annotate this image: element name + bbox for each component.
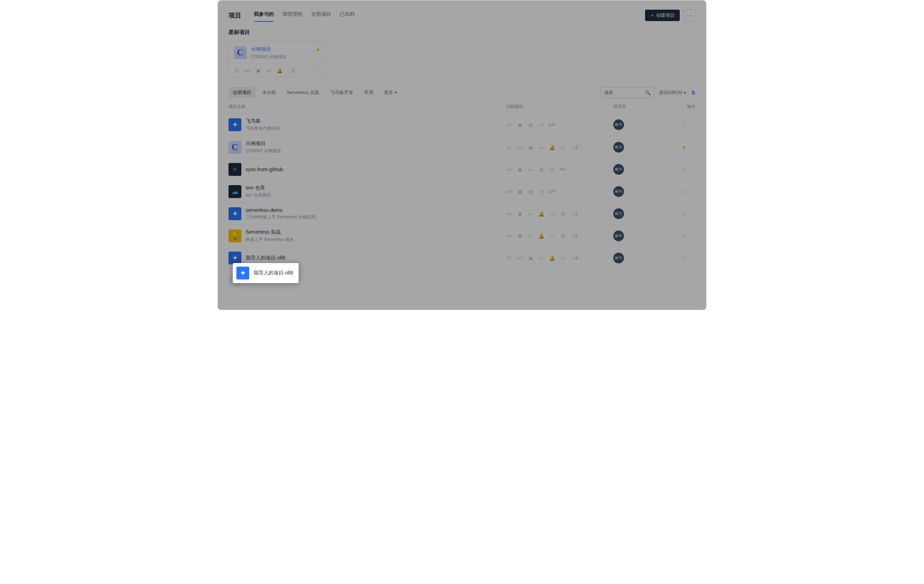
project-title: Serverless 实战 (246, 229, 298, 235)
ellipsis-icon[interactable]: ⋯ (315, 67, 320, 73)
chevron-down-icon: ▾ (395, 90, 397, 95)
star-toggle[interactable]: ☆ (681, 166, 686, 172)
create-project-button[interactable]: ＋ 创建项目 (645, 10, 680, 21)
search-input[interactable] (604, 90, 643, 95)
project-icon: ☁ (228, 185, 241, 198)
project-icon: C (234, 46, 247, 59)
code-icon: </> (506, 233, 512, 239)
tab-participating[interactable]: 我参与的 (254, 9, 274, 22)
search-input-wrapper[interactable]: 🔍 (601, 87, 654, 98)
module-icons: </>▣∞▤🗀API (506, 166, 613, 173)
code-icon: </> (517, 255, 523, 261)
project-title: 示例项目 (246, 140, 281, 147)
admin-avatar[interactable]: 账号 (613, 186, 624, 197)
filter-tab-feiniao[interactable]: 飞鸟集开发 (326, 87, 358, 98)
infinity-icon: ∞ (528, 233, 534, 239)
more-count-badge: +2 (570, 211, 581, 216)
tab-all[interactable]: 全部项目 (311, 9, 331, 22)
star-toggle[interactable]: ☆ (681, 255, 686, 261)
project-icon: ✦ (228, 118, 241, 131)
code-icon: </> (244, 67, 250, 73)
table-row[interactable]: ✦ 飞鸟集 飞鸟集迭代测试站 </>▣▤🗀API 账号 ☆ ⋯ (228, 113, 696, 136)
row-more-button[interactable]: ⋯ (690, 166, 696, 172)
starred-card-subtitle: CODING 示例项目 (251, 54, 286, 60)
plus-icon: ＋ (650, 12, 655, 18)
star-icon[interactable]: ★ (315, 46, 320, 53)
row-more-button[interactable]: ⋯ (690, 145, 696, 150)
project-subtitle: svn 仓库测试 (246, 192, 271, 198)
project-icon: ✦ (236, 267, 249, 280)
star-toggle[interactable]: ☆ (681, 122, 686, 128)
starred-project-card[interactable]: C 示例项目 CODING 示例项目 ★ ☑ </> ▣ ∞ 🔔 +5 ⋯ (228, 41, 326, 77)
folder-icon: 🗀 (538, 188, 544, 195)
table-row[interactable]: ≡ sync-from-github </>▣∞▤🗀API 账号 ☆ ⋯ (228, 158, 696, 180)
table-row[interactable]: ✦ serverless-demo 三分钟快速上手 Serverless 全栈应… (228, 202, 696, 224)
api-icon: API (549, 188, 555, 195)
star-toggle[interactable]: ☆ (681, 211, 686, 217)
row-more-button[interactable]: ⋯ (690, 255, 696, 261)
tab-archived[interactable]: 已归档 (340, 9, 355, 22)
module-icons: ☑</>▣∞🔔▭+4 (506, 144, 613, 150)
sort-direction-toggle[interactable]: ⇅ (691, 90, 696, 95)
terminal-icon: ▣ (517, 166, 523, 173)
window-icon: ▭ (559, 144, 566, 150)
admin-avatar[interactable]: 账号 (613, 230, 624, 241)
header: 项目 我参与的 我管理的 全部项目 已归档 ＋ 创建项目 ⋯ (228, 9, 696, 22)
filter-tab-serverless[interactable]: Serverless 实践 (282, 87, 323, 98)
code-icon: </> (506, 166, 512, 173)
ci-icon: ▤ (538, 166, 544, 173)
tab-managed[interactable]: 我管理的 (282, 9, 302, 22)
project-subtitle: 飞鸟集迭代测试站 (246, 125, 280, 132)
filter-tabs: 全部项目 未分组 Serverless 实践 飞鸟集开发 常用 更多 ▾ (228, 87, 402, 98)
more-options-button[interactable]: ⋯ (683, 10, 696, 21)
table-row[interactable]: ☁ svn 仓库 svn 仓库测试 </>▣▤🗀API 账号 ☆ ⋯ (228, 180, 696, 202)
admin-avatar[interactable]: 账号 (613, 142, 624, 153)
sort-button[interactable]: 按访问时间 ▾ (659, 89, 686, 96)
row-more-button[interactable]: ⋯ (690, 233, 696, 239)
filter-tab-all[interactable]: 全部项目 (228, 87, 256, 98)
api-icon: API (559, 166, 566, 173)
table-row[interactable]: 💡 Serverless 实战 快速上手 Serverless 服务。 </>▣… (228, 224, 696, 247)
infinity-icon: ∞ (538, 255, 544, 261)
terminal-icon: ▣ (517, 188, 523, 195)
row-more-button[interactable]: ⋯ (690, 211, 696, 217)
sort-label: 按访问时间 (659, 89, 682, 96)
ci-icon: ▤ (559, 211, 566, 217)
more-count-badge: +4 (570, 255, 581, 260)
bell-icon: 🔔 (549, 144, 555, 150)
star-toggle[interactable]: ☆ (681, 189, 686, 194)
admin-avatar[interactable]: 账号 (613, 119, 624, 130)
highlighted-project-row[interactable]: ✦ 我导入的项目-oll8 (233, 263, 299, 283)
infinity-icon: ∞ (528, 166, 534, 173)
check-icon: ☑ (506, 144, 512, 150)
more-count-badge: +2 (570, 234, 581, 239)
col-admin: 管理员 (613, 104, 667, 110)
bell-icon: 🔔 (549, 255, 555, 261)
project-title: 我导入的项目-oll8 (246, 255, 285, 261)
col-actions: 操作 (667, 104, 696, 110)
more-count-badge: +4 (570, 145, 581, 150)
admin-avatar[interactable]: 账号 (613, 208, 624, 219)
filter-tab-ungrouped[interactable]: 未分组 (258, 87, 280, 98)
admin-avatar[interactable]: 账号 (613, 164, 624, 175)
project-subtitle: 快速上手 Serverless 服务。 (246, 237, 298, 243)
row-more-button[interactable]: ⋯ (690, 122, 696, 128)
row-more-button[interactable]: ⋯ (690, 189, 696, 194)
infinity-icon: ∞ (528, 211, 534, 217)
ellipsis-icon: ⋯ (686, 12, 692, 19)
module-icons: </>▣∞🔔▭▤+2 (506, 233, 613, 239)
app-window: 项目 我参与的 我管理的 全部项目 已归档 ＋ 创建项目 ⋯ 星标项目 (218, 0, 706, 310)
star-toggle[interactable]: ★ (681, 145, 686, 150)
project-subtitle: CODING 示例项目 (246, 148, 281, 154)
terminal-icon: ▣ (517, 211, 523, 217)
filter-tab-more[interactable]: 更多 ▾ (380, 87, 402, 98)
infinity-icon: ∞ (266, 67, 272, 73)
admin-avatar[interactable]: 账号 (613, 253, 624, 263)
table-row[interactable]: C 示例项目 CODING 示例项目 ☑</>▣∞🔔▭+4 账号 ★ ⋯ (228, 136, 696, 158)
filter-tab-common[interactable]: 常用 (360, 87, 378, 98)
api-icon: API (549, 122, 555, 128)
code-icon: </> (506, 122, 512, 128)
star-toggle[interactable]: ☆ (681, 233, 686, 239)
module-icons: </>▣▤🗀API (506, 188, 613, 195)
page-title: 项目 (228, 11, 247, 20)
